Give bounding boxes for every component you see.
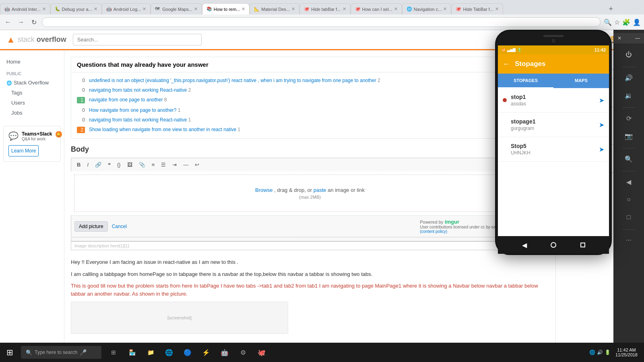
tab-close-icon[interactable]: ✕ [443, 6, 447, 12]
window-minimize[interactable]: — [621, 6, 626, 11]
browser-tab-t9[interactable]: 🌐Navigation c...✕ [402, 3, 452, 14]
hr-btn[interactable]: — [181, 160, 191, 169]
sidebar-item-tags[interactable]: Tags [3, 88, 61, 98]
navigate-icon[interactable]: ➤ [599, 146, 604, 153]
profile-icon[interactable]: 👤 [633, 19, 641, 26]
phone-tab-maps[interactable]: MAPS [553, 74, 609, 88]
question-link[interactable]: navigating from tabs not working React-n… [89, 87, 191, 93]
ul-btn[interactable]: ☰ [159, 160, 168, 169]
ol-btn[interactable]: ≡ [149, 160, 157, 169]
paste-link[interactable]: paste [314, 187, 326, 193]
browser-tab-t4[interactable]: 🗺Google Maps...✕ [151, 3, 202, 14]
tab-close-icon[interactable]: ✕ [94, 6, 97, 12]
home-hw-button[interactable]: ○ [621, 191, 637, 208]
start-button[interactable]: ⊞ [0, 343, 19, 362]
volume-up-button[interactable]: 🔊 [621, 70, 637, 86]
add-picture-button[interactable]: Add picture [74, 221, 108, 232]
indent-btn[interactable]: ⇥ [170, 160, 179, 169]
tab-close-icon[interactable]: ✕ [394, 6, 398, 12]
tab-close-icon[interactable]: ✕ [291, 6, 295, 12]
blockquote-btn[interactable]: ❝ [105, 160, 113, 169]
browser-tab-t1[interactable]: 🤖Android Inter...✕ [0, 3, 50, 14]
browser-tab-t3[interactable]: 🤖Android Log...✕ [102, 3, 151, 14]
image-btn[interactable]: 🖼 [125, 160, 135, 169]
phone-hw-recents[interactable] [580, 243, 585, 247]
vscode-button[interactable]: ⚡ [197, 343, 215, 361]
tab-close-icon[interactable]: ✕ [42, 6, 46, 12]
phone-list-item-1[interactable]: stopage1 gurgugram ➤ [498, 113, 609, 137]
window-maximize[interactable]: ❐ [628, 6, 633, 11]
so-search-input[interactable] [73, 34, 202, 45]
phone-back-button[interactable]: ← [503, 60, 510, 68]
attach-btn[interactable]: 📎 [136, 160, 148, 169]
image-description-field[interactable]: image description here[1][1] [71, 241, 549, 250]
extensions-icon[interactable]: 🧩 [622, 19, 630, 26]
new-tab-button[interactable]: + [605, 3, 616, 14]
taskbar-search[interactable]: 🔍 Type here to search 🎤 [21, 346, 101, 359]
navigate-icon[interactable]: ➤ [599, 97, 604, 104]
sidebar-item-home[interactable]: Home [3, 57, 61, 67]
emulator-minimize[interactable]: — [635, 35, 640, 41]
question-link[interactable]: navigate from one page to another 8 [89, 97, 167, 103]
settings-button[interactable]: ⚙ [234, 343, 252, 361]
zoom-button[interactable]: 🔍 [621, 151, 637, 167]
mic-icon[interactable]: 🎤 [80, 349, 87, 356]
phone-list-item-0[interactable]: stop1 assdas ➤ [498, 88, 609, 113]
taskview-button[interactable]: ⊞ [105, 343, 122, 361]
tab-close-icon[interactable]: ✕ [242, 6, 245, 12]
undo-btn[interactable]: ↩ [192, 160, 202, 169]
browser-tab-t5[interactable]: 📚How to rem...✕ [202, 3, 250, 14]
chrome-button[interactable]: 🔵 [179, 343, 196, 361]
sidebar-item-users[interactable]: Users [3, 98, 61, 108]
browser-tab-t8[interactable]: 🐙How can I sel...✕ [351, 3, 402, 14]
link-btn[interactable]: 🔗 [93, 160, 104, 169]
browser-tab-t7[interactable]: 🐙Hide tabBar f...✕ [299, 3, 350, 14]
question-link[interactable]: undefined is not an object (evaluating '… [89, 78, 380, 83]
tab-close-icon[interactable]: ✕ [495, 6, 499, 12]
sidebar-item-stackoverflow[interactable]: 🌐 Stack Overflow [3, 78, 61, 88]
edge-button[interactable]: 🌐 [160, 343, 178, 361]
url-input[interactable]: https://stackoverflow.com/questions/ask [42, 17, 601, 27]
search-icon[interactable]: 🔍 [604, 19, 612, 26]
window-close[interactable]: ✕ [635, 6, 639, 11]
question-link[interactable]: navigating from tabs not working React-n… [89, 117, 191, 123]
browser-tab-t6[interactable]: 📐Material Des...✕ [250, 3, 299, 14]
github-button[interactable]: 🐙 [253, 343, 270, 361]
editor-resize-handle[interactable]: · · · · · [71, 237, 549, 241]
browser-tab-t10[interactable]: 🐙Hide TabBar f...✕ [451, 3, 503, 14]
browse-link[interactable]: Browse [255, 187, 272, 193]
android-studio-button[interactable]: 🤖 [216, 343, 233, 361]
back-hw-button[interactable]: ◀ [621, 174, 637, 190]
back-button[interactable]: ← [3, 17, 13, 27]
italic-btn[interactable]: I [85, 160, 91, 169]
question-link[interactable]: Show loading when navigate from one view… [89, 127, 240, 132]
screenshot-button[interactable]: 📷 [621, 128, 637, 144]
volume-down-button[interactable]: 🔉 [621, 87, 637, 103]
recents-hw-button[interactable]: □ [621, 209, 637, 225]
bookmark-icon[interactable]: ☆ [614, 19, 620, 26]
emulator-close[interactable]: ✕ [617, 35, 621, 41]
browser-tab-t2[interactable]: 🐛Debug your a...✕ [50, 3, 102, 14]
more-options-button[interactable]: ··· [621, 232, 637, 248]
store-icon-button[interactable]: 🏪 [123, 343, 141, 361]
learn-more-button[interactable]: Learn More [8, 145, 39, 156]
tab-close-icon[interactable]: ✕ [343, 6, 346, 12]
reload-button[interactable]: ↻ [29, 17, 39, 27]
tab-close-icon[interactable]: ✕ [194, 6, 198, 12]
navigate-icon[interactable]: ➤ [599, 121, 604, 129]
power-button[interactable]: ⏻ [621, 47, 637, 63]
code-btn[interactable]: {} [115, 160, 123, 169]
system-clock[interactable]: 11:42 AM 11/25/2018 [612, 348, 641, 357]
cancel-button[interactable]: Cancel [112, 224, 127, 229]
sidebar-item-jobs[interactable]: Jobs [3, 108, 61, 118]
phone-list-item-2[interactable]: Stop5 UHNJKH ➤ [498, 137, 609, 162]
rotate-button[interactable]: ⟳ [621, 110, 637, 126]
phone-hw-back[interactable]: ◀ [522, 241, 527, 249]
forward-button[interactable]: → [16, 17, 26, 27]
question-link[interactable]: How navigate from one page to another? 1 [89, 107, 181, 113]
bold-btn[interactable]: B [74, 160, 83, 169]
explorer-button[interactable]: 📁 [142, 343, 159, 361]
phone-hw-home[interactable] [551, 242, 556, 248]
editor-drop-area[interactable]: Browse , drag & drop, or paste an image … [74, 175, 546, 212]
tab-close-icon[interactable]: ✕ [142, 6, 146, 12]
